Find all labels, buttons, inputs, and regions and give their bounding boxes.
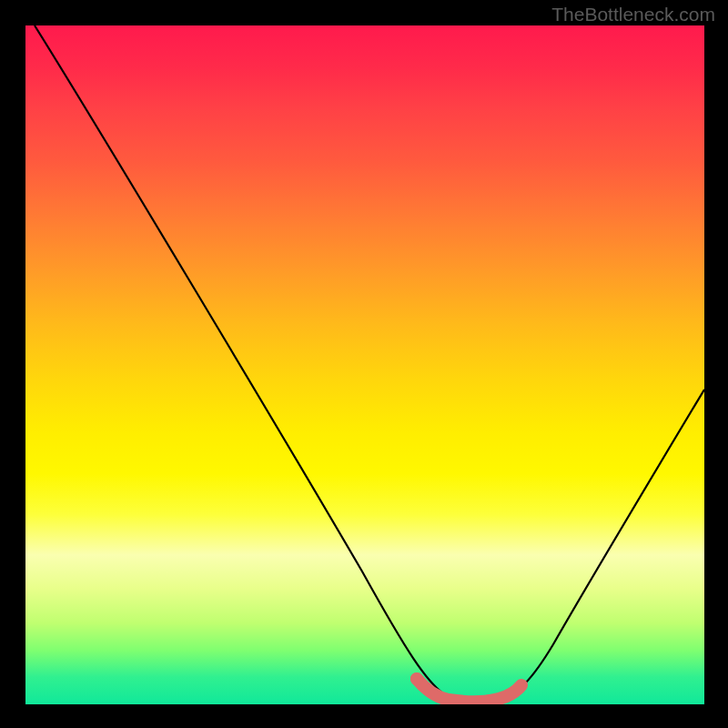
chart-plot-area (25, 25, 704, 704)
bottleneck-curve-line (35, 25, 704, 701)
chart-svg (25, 25, 704, 704)
watermark-text: TheBottleneck.com (551, 4, 715, 25)
highlight-start-dot (410, 672, 423, 685)
